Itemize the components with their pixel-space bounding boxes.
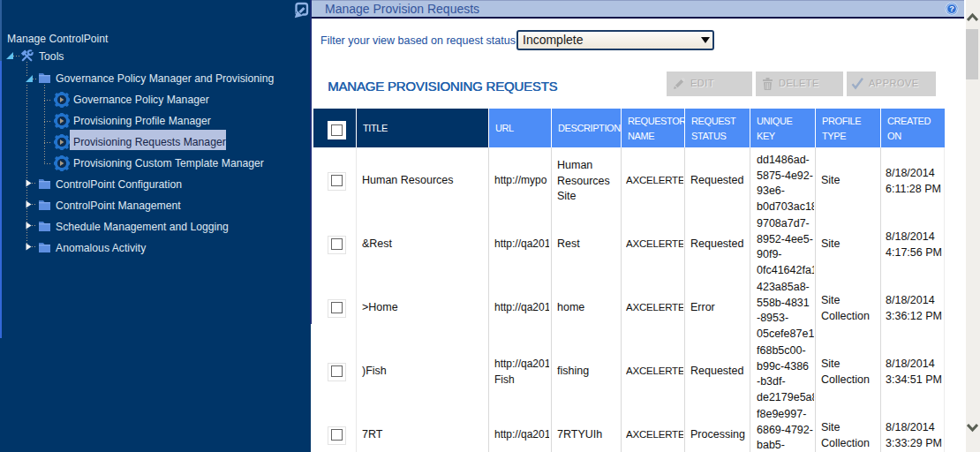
- svg-text:?: ?: [949, 4, 954, 13]
